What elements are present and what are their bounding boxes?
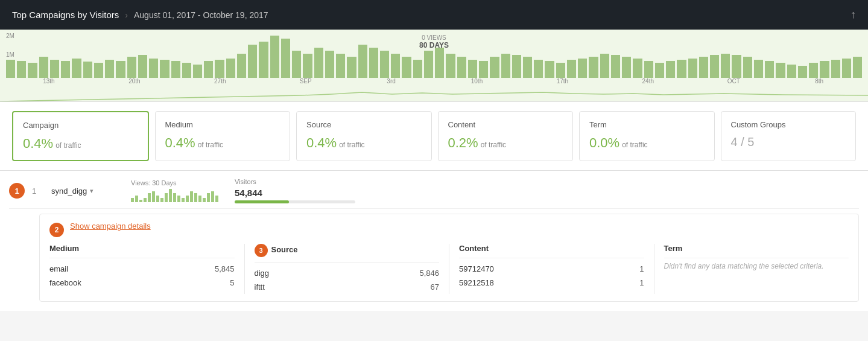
chart-bar [457, 57, 466, 78]
sub-col-header: Term [664, 244, 849, 258]
x-axis-label: 8th [776, 78, 862, 84]
chart-bar [94, 63, 103, 78]
chart-bar [402, 57, 411, 78]
metric-card-term[interactable]: Term0.0%of traffic [579, 111, 715, 161]
metric-card-title: Source [306, 120, 422, 129]
chart-bar [281, 39, 290, 78]
chart-bar [567, 60, 576, 78]
sub-col-medium: Mediumemail5,845facebook5 [49, 244, 245, 294]
spark-bar [152, 191, 155, 202]
page-title: Top Campaigns by Visitors [12, 10, 119, 20]
tooltip-views: 0 VIEWS [419, 34, 449, 41]
header-left: Top Campaigns by Visitors › August 01, 2… [12, 10, 268, 20]
chart-bar [798, 66, 807, 78]
chart-bar [435, 48, 444, 78]
metric-card-value: 0.0%of traffic [589, 135, 705, 151]
upload-icon[interactable]: ↑ [851, 8, 856, 21]
sub-row-value: 5 [230, 278, 234, 287]
chart-bar [776, 63, 785, 78]
chart-bar [226, 59, 235, 78]
chart-bar [600, 54, 609, 78]
chart-bar [622, 57, 631, 78]
x-axis-label: 20th [92, 78, 177, 84]
chart-bar [61, 61, 70, 78]
chart-bar [413, 60, 422, 78]
sub-row-value: 1 [639, 264, 644, 273]
chart-bar [215, 60, 224, 78]
metric-card-source[interactable]: Source0.4%of traffic [296, 111, 432, 161]
chart-bar [545, 61, 554, 78]
spark-bar [203, 198, 206, 202]
y-label-2m: 2M [6, 33, 14, 39]
spark-bar [207, 193, 210, 202]
metric-card-campaign[interactable]: Campaign0.4%of traffic [12, 111, 149, 161]
chart-bar [611, 55, 620, 78]
spark-bar [211, 191, 214, 202]
chart-bar [325, 51, 334, 78]
metric-card-title: Custom Groups [731, 120, 846, 129]
row-badge-1: 1 [9, 183, 25, 199]
show-details-row: 2 Show campaign details [49, 221, 849, 238]
chart-tooltip: 0 VIEWS 80 DAYS [419, 34, 449, 49]
sub-row-value: 1 [639, 278, 644, 287]
spark-bar [173, 193, 176, 202]
spark-bar [182, 198, 185, 202]
chart-bar [336, 54, 345, 78]
visitors-bar-background [235, 200, 355, 203]
row-rank: 1 [32, 186, 44, 196]
chart-bar [501, 54, 510, 78]
chart-bar [842, 59, 851, 78]
sub-row-value: 5,845 [215, 264, 235, 273]
chart-bar [171, 61, 180, 78]
chart-bar [743, 57, 752, 78]
visitors-bar-fill [235, 200, 289, 203]
chart-bar [666, 61, 675, 78]
sub-row-label: 59712470 [459, 264, 494, 273]
metric-card-custom_groups[interactable]: Custom Groups4 / 5 [721, 111, 857, 161]
x-axis-labels: 13th20th27thSEP3rd10th17th24thOCT8th [0, 78, 868, 84]
chart-bar [50, 60, 59, 78]
chart-bar [204, 61, 213, 78]
sub-col-term: TermDidn't find any data matching the se… [664, 244, 849, 294]
chart-bar [17, 61, 26, 78]
chart-bar [523, 57, 532, 78]
breadcrumb-separator: › [125, 10, 128, 20]
chart-bar [105, 60, 114, 78]
sub-col-header: 3Source [255, 244, 440, 263]
sub-col-source: 3Sourcedigg5,846ifttt67 [255, 244, 450, 294]
sub-table-row: digg5,846 [255, 266, 440, 280]
spark-bar [215, 196, 218, 202]
y-scale: 2M 1M [6, 33, 14, 58]
no-data-message: Didn't find any data matching the select… [664, 262, 849, 270]
chart-bar [248, 45, 257, 78]
x-axis-label: 3rd [349, 78, 434, 84]
spark-bar [177, 196, 180, 202]
metric-card-value: 0.4%of traffic [23, 136, 138, 151]
chart-bar [831, 60, 840, 78]
chevron-down-icon[interactable]: ▾ [90, 187, 93, 195]
chart-bar [688, 59, 697, 78]
chart-bar [809, 63, 818, 78]
x-axis-label: 13th [6, 78, 92, 84]
metric-card-content[interactable]: Content0.2%of traffic [438, 111, 574, 161]
sub-table-row: email5,845 [49, 262, 235, 276]
metric-card-medium[interactable]: Medium0.4%of traffic [155, 111, 291, 161]
x-axis-label: SEP [263, 78, 349, 84]
chart-bar [138, 55, 147, 78]
sub-row-label: ifttt [255, 282, 265, 292]
traffic-chart: 2M 1M 0 VIEWS 80 DAYS 13th20th27thSEP3rd… [0, 30, 868, 102]
chart-bar [490, 57, 499, 78]
x-axis-label: 27th [177, 78, 263, 84]
visitors-header: Visitors [235, 178, 355, 185]
chart-bar [347, 57, 356, 78]
sub-col-header: Medium [49, 244, 235, 258]
sub-col-header: Content [459, 244, 644, 258]
chart-bar [644, 61, 653, 78]
sub-row-label: facebook [49, 278, 81, 287]
show-campaign-details-link[interactable]: Show campaign details [70, 221, 151, 231]
chart-bar [6, 60, 15, 78]
sparkline-bars [131, 189, 218, 202]
chart-bar [237, 54, 246, 78]
spark-bar [198, 196, 201, 202]
chart-bar [127, 57, 136, 78]
